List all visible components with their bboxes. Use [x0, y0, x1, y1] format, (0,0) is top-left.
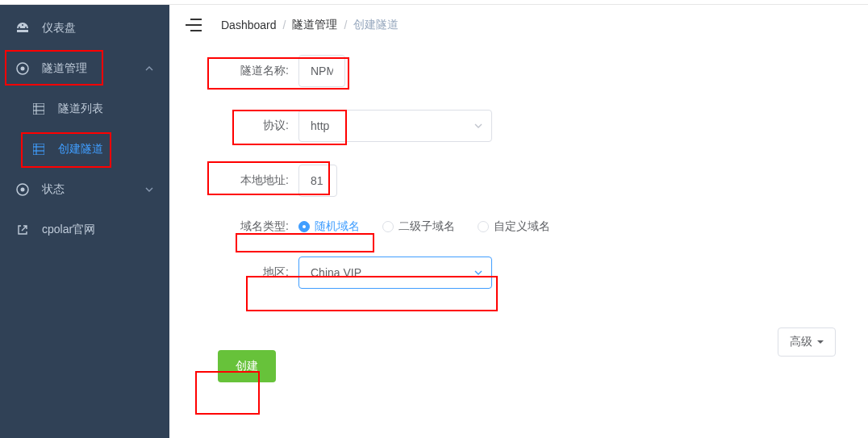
- protocol-label: 协议:: [202, 119, 298, 133]
- sidebar-item-tunnel-manage[interactable]: 隧道管理: [0, 48, 169, 89]
- svg-rect-6: [33, 144, 44, 155]
- external-link-icon: [16, 223, 29, 236]
- submit-button[interactable]: 创建: [218, 350, 276, 382]
- sidebar-item-label: cpolar官网: [42, 223, 95, 237]
- dashboard-icon: [16, 22, 29, 35]
- tunnel-name-label: 隧道名称:: [202, 64, 298, 78]
- domain-type-option-random[interactable]: 随机域名: [298, 219, 360, 234]
- svg-rect-2: [33, 103, 44, 115]
- create-tunnel-form: 隧道名称: 协议: http 本地地址: 域名类型:: [169, 47, 868, 382]
- sidebar-item-label: 隧道管理: [42, 61, 87, 76]
- breadcrumb-item-current: 创建隧道: [353, 18, 399, 32]
- advanced-button[interactable]: 高级: [778, 327, 836, 357]
- breadcrumb-item-dashboard[interactable]: Dashboard: [221, 19, 277, 31]
- domain-type-option-subdomain[interactable]: 二级子域名: [382, 219, 455, 234]
- sidebar-item-label: 隧道列表: [58, 102, 103, 116]
- radio-icon: [382, 221, 394, 232]
- target-icon: [16, 183, 29, 196]
- radio-label: 随机域名: [315, 219, 360, 234]
- radio-icon: [478, 221, 489, 232]
- sidebar-item-label: 状态: [42, 182, 65, 197]
- sidebar-item-label: 创建隧道: [58, 142, 103, 156]
- protocol-select-value: http: [311, 119, 329, 132]
- sidebar-item-dashboard[interactable]: 仪表盘: [0, 8, 169, 48]
- radio-label: 自定义域名: [494, 219, 550, 234]
- sidebar: 仪表盘 隧道管理 隧道列表 创建隧道: [0, 5, 169, 438]
- breadcrumb-item-tunnel-manage: 隧道管理: [292, 18, 337, 32]
- region-select[interactable]: China VIP: [298, 257, 492, 289]
- region-select-value: China VIP: [311, 266, 361, 279]
- advanced-button-label: 高级: [790, 335, 812, 349]
- domain-type-radios: 随机域名 二级子域名 自定义域名: [298, 219, 550, 234]
- sidebar-item-create-tunnel[interactable]: 创建隧道: [0, 129, 169, 169]
- svg-point-1: [21, 67, 25, 71]
- target-icon: [16, 62, 29, 75]
- main-content: Dashboard / 隧道管理 / 创建隧道 隧道名称: 协议: http: [169, 5, 868, 438]
- chevron-down-icon: [474, 268, 483, 277]
- breadcrumb-separator: /: [283, 19, 286, 31]
- table-icon: [32, 143, 45, 156]
- domain-type-option-custom[interactable]: 自定义域名: [478, 219, 550, 234]
- breadcrumb: Dashboard / 隧道管理 / 创建隧道: [169, 5, 868, 47]
- chevron-down-icon: [145, 186, 153, 194]
- protocol-select[interactable]: http: [298, 110, 492, 142]
- chevron-down-icon: [474, 121, 483, 131]
- sidebar-item-tunnel-list[interactable]: 隧道列表: [0, 89, 169, 129]
- radio-label: 二级子域名: [399, 219, 455, 234]
- local-addr-input[interactable]: [298, 165, 337, 197]
- caret-down-icon: [817, 339, 824, 345]
- sidebar-toggle-button[interactable]: [186, 19, 202, 31]
- tunnel-name-input[interactable]: [298, 55, 345, 87]
- domain-type-label: 域名类型:: [202, 219, 298, 234]
- svg-point-11: [21, 188, 25, 192]
- submit-button-label: 创建: [236, 359, 258, 372]
- region-label: 地区:: [202, 265, 298, 280]
- sidebar-item-cpolar-site[interactable]: cpolar官网: [0, 210, 169, 250]
- table-icon: [32, 102, 45, 115]
- sidebar-item-label: 仪表盘: [42, 21, 76, 35]
- breadcrumb-separator: /: [344, 19, 347, 31]
- radio-icon: [298, 221, 310, 232]
- local-addr-label: 本地地址:: [202, 173, 298, 188]
- sidebar-item-status[interactable]: 状态: [0, 169, 169, 210]
- chevron-up-icon: [145, 65, 153, 73]
